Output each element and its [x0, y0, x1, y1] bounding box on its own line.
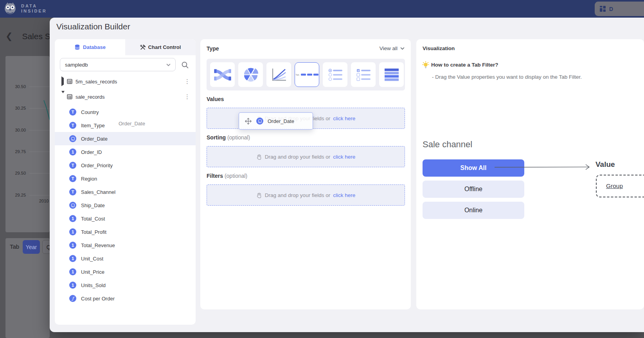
- quarter-tab-button[interactable]: Qu: [42, 240, 50, 254]
- back-chevron-icon[interactable]: ❮: [5, 31, 13, 42]
- sorting-dropzone[interactable]: Drag and drop your fields or click here: [207, 146, 405, 167]
- visualization-builder-modal: Visualization Builder Database Chart C: [50, 18, 644, 332]
- line-series: [5, 56, 50, 232]
- dashboard-view-button[interactable]: D: [595, 2, 644, 16]
- values-section-label: Values: [207, 96, 224, 102]
- search-icon: [181, 61, 189, 69]
- view-all-label: View all: [380, 45, 398, 51]
- field-row[interactable]: T Sales_Channel: [55, 185, 196, 199]
- tab-database[interactable]: Database: [55, 39, 125, 55]
- dropzone-placeholder: Drag and drop your fields or: [265, 154, 330, 160]
- field-row[interactable]: 1 Unit_Price: [55, 265, 196, 278]
- chart-type-checkbox-list[interactable]: [351, 62, 376, 87]
- dropzone-click-here-link[interactable]: click here: [333, 116, 355, 121]
- annotation-group-link[interactable]: Group: [606, 183, 623, 190]
- field-name: Region: [81, 176, 97, 182]
- annotation-group-box[interactable]: Group: [596, 175, 644, 197]
- filters-section-label: Filters (optional): [207, 173, 247, 179]
- field-name: Order_ID: [81, 149, 102, 155]
- function-field-icon: ƒ: [69, 295, 76, 302]
- database-icon: [74, 44, 80, 50]
- filters-dropzone[interactable]: Drag and drop your fields or click here: [207, 184, 405, 206]
- filter-option-offline[interactable]: Offline: [423, 181, 524, 198]
- annotation-value-heading: Value: [595, 160, 615, 169]
- field-row[interactable]: 1 Total_Cost: [55, 212, 196, 225]
- caret-down-icon[interactable]: [61, 93, 67, 100]
- text-field-icon: T: [69, 122, 76, 129]
- chart-type-table[interactable]: [379, 62, 404, 87]
- field-row[interactable]: 1 Total_Profit: [55, 225, 196, 239]
- text-field-icon: T: [69, 175, 76, 182]
- field-name: Unit_Cost: [81, 256, 103, 262]
- chart-type-tab-filter-selected[interactable]: Tab: [295, 62, 319, 87]
- text-field-icon: T: [69, 162, 76, 169]
- field-name: Cost per Order: [81, 296, 115, 302]
- dragging-field-chip[interactable]: Order_Date: [239, 112, 313, 130]
- number-field-icon: 1: [69, 268, 76, 275]
- date-field-icon: [69, 202, 76, 209]
- field-row-selected[interactable]: Order_Date: [55, 132, 196, 145]
- field-name: Units_Sold: [81, 282, 106, 288]
- tab-chart-control-label: Chart Control: [148, 44, 181, 50]
- tab-chart-control[interactable]: Chart Control: [125, 39, 196, 55]
- field-row[interactable]: T Country: [55, 105, 196, 119]
- drag-chip-label: Order_Date: [268, 118, 294, 124]
- dropzone-click-here-link[interactable]: click here: [333, 154, 355, 160]
- view-all-dropdown[interactable]: View all: [380, 45, 405, 51]
- modal-title: Visualization Builder: [56, 22, 130, 31]
- number-field-icon: 1: [69, 215, 76, 222]
- background-chart-card: 30.50 30.25 30.00 29.75 29.50 29.25 2010: [5, 56, 50, 232]
- field-name: Total_Cost: [81, 216, 105, 222]
- table-row[interactable]: 5m_sales_records ⋮: [55, 75, 196, 88]
- tab-filter-icon: Tab: [295, 74, 318, 76]
- top-navigation-bar: DATA INSIDER D: [0, 0, 644, 18]
- field-row[interactable]: Ship_Date: [55, 199, 196, 212]
- lightbulb-icon: [422, 61, 429, 70]
- database-panel: Database Chart Control sampledb: [55, 39, 196, 325]
- dropzone-click-here-link[interactable]: click here: [333, 192, 355, 198]
- number-field-icon: 1: [69, 242, 76, 249]
- text-field-icon: T: [69, 108, 76, 116]
- caret-right-icon[interactable]: [61, 78, 67, 85]
- year-tab-button[interactable]: Year: [23, 240, 40, 254]
- visualization-title: Visualization: [423, 45, 455, 51]
- filter-option-online[interactable]: Online: [423, 202, 524, 219]
- search-button[interactable]: [181, 61, 189, 69]
- field-name: Sales_Channel: [81, 189, 115, 195]
- chart-type-pie[interactable]: [238, 62, 263, 87]
- table-row[interactable]: sale_records ⋮: [55, 90, 196, 103]
- chart-type-sankey[interactable]: [210, 62, 235, 87]
- field-row[interactable]: 1 Total_Revenue: [55, 239, 196, 252]
- annotation-arrow: [495, 163, 592, 171]
- chart-type-line[interactable]: [266, 62, 291, 87]
- field-row[interactable]: T Order_Priority: [55, 159, 196, 172]
- number-field-icon: 1: [69, 148, 76, 155]
- table-name: sale_records: [76, 94, 104, 100]
- field-name: Total_Profit: [81, 229, 106, 235]
- kebab-menu-icon[interactable]: ⋮: [184, 93, 190, 100]
- nav-button-label: D: [609, 6, 613, 12]
- field-row[interactable]: ƒ Cost per Order: [55, 292, 196, 305]
- table-icon: [67, 94, 72, 99]
- sorting-section-label: Sorting (optional): [207, 134, 250, 141]
- drag-ghost-label: Order_Date: [119, 121, 145, 127]
- tip-title: How to create a Tab Filter?: [431, 62, 498, 68]
- field-name: Ship_Date: [81, 202, 105, 208]
- date-field-icon: [69, 135, 76, 142]
- type-section-label: Type: [207, 45, 219, 52]
- visualization-panel: Visualization How to create a Tab Filter…: [416, 39, 644, 309]
- field-name: Total_Revenue: [81, 242, 115, 248]
- kebab-menu-icon[interactable]: ⋮: [184, 78, 190, 85]
- app-logo[interactable]: DATA INSIDER: [3, 2, 47, 16]
- chart-type-radio-list[interactable]: [323, 62, 347, 87]
- table-icon: [67, 79, 72, 84]
- number-field-icon: 1: [69, 255, 76, 262]
- dashboard-grid-icon: [599, 5, 606, 12]
- pie-chart-icon: [243, 67, 259, 83]
- field-row[interactable]: 1 Order_ID: [55, 145, 196, 159]
- field-row[interactable]: 1 Units_Sold: [55, 278, 196, 292]
- field-row[interactable]: 1 Unit_Cost: [55, 252, 196, 265]
- datasource-select[interactable]: sampledb: [60, 58, 176, 71]
- field-name: Order_Date: [81, 136, 108, 142]
- field-row[interactable]: T Region: [55, 172, 196, 185]
